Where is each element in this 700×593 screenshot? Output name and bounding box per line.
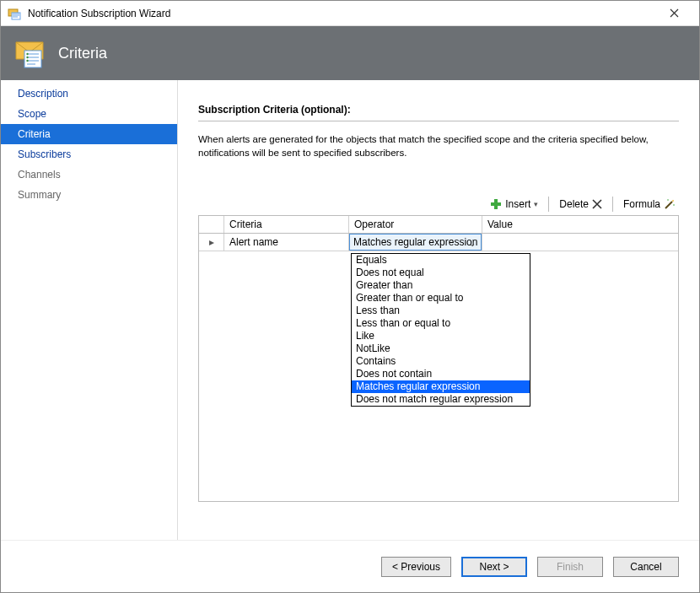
wizard-body: DescriptionScopeCriteriaSubscribersChann… — [1, 80, 699, 540]
formula-button[interactable]: Formula — [620, 197, 679, 212]
grid-toolbar: Insert ▾ Delete Formula — [198, 197, 679, 212]
toolbar-separator — [548, 197, 549, 212]
next-button[interactable]: Next > — [461, 557, 527, 577]
operator-column-header[interactable]: Operator — [349, 216, 482, 233]
sidebar-item-description[interactable]: Description — [1, 84, 177, 104]
delete-label: Delete — [559, 198, 589, 210]
sidebar-item-subscribers[interactable]: Subscribers — [1, 144, 177, 164]
operator-dropdown[interactable]: EqualsDoes not equalGreater thanGreater … — [351, 253, 530, 407]
app-icon — [8, 7, 21, 20]
wizard-window: Notification Subscription Wizard Criteri… — [0, 0, 700, 593]
operator-option[interactable]: Like — [352, 330, 530, 342]
page-title: Criteria — [58, 45, 107, 62]
row-pointer-icon[interactable]: ▸ — [199, 234, 224, 251]
operator-option[interactable]: Contains — [352, 355, 530, 368]
wizard-sidebar: DescriptionScopeCriteriaSubscribersChann… — [1, 80, 178, 540]
operator-option[interactable]: Matches regular expression — [352, 380, 530, 393]
grid-header-row: Criteria Operator Value — [199, 216, 678, 234]
operator-option[interactable]: Greater than — [352, 279, 530, 292]
operator-option[interactable]: Greater than or equal to — [352, 292, 530, 305]
chevron-down-icon: ⌄ — [466, 236, 479, 250]
value-column-header[interactable]: Value — [482, 216, 678, 233]
svg-point-11 — [673, 204, 675, 206]
svg-point-9 — [672, 200, 674, 202]
previous-button[interactable]: < Previous — [381, 557, 451, 577]
chevron-down-icon: ▾ — [534, 200, 538, 208]
operator-combobox[interactable]: Matches regular expression ⌄ — [349, 234, 482, 251]
wizard-header: Criteria — [1, 26, 699, 80]
section-description: When alerts are generated for the object… — [198, 133, 679, 159]
sidebar-item-summary[interactable]: Summary — [1, 185, 177, 205]
cancel-label: Cancel — [630, 561, 661, 573]
wizard-main: Subscription Criteria (optional): When a… — [178, 80, 699, 540]
operator-option[interactable]: Does not equal — [352, 267, 530, 279]
plus-icon — [490, 198, 502, 210]
operator-option[interactable]: Equals — [352, 254, 530, 267]
next-label: Next > — [479, 561, 509, 573]
operator-option[interactable]: Less than or equal to — [352, 317, 530, 330]
delete-button[interactable]: Delete — [556, 197, 606, 212]
operator-option[interactable]: Does not match regular expression — [352, 393, 530, 406]
row-selector-header — [199, 216, 224, 233]
operator-value: Matches regular expression — [353, 236, 477, 248]
envelope-icon — [14, 37, 46, 69]
x-icon — [592, 199, 602, 209]
operator-option[interactable]: Less than — [352, 305, 530, 317]
operator-option[interactable]: NotLike — [352, 342, 530, 355]
svg-point-10 — [667, 199, 669, 201]
operator-cell[interactable]: Matches regular expression ⌄ — [349, 234, 482, 251]
sidebar-item-channels[interactable]: Channels — [1, 164, 177, 185]
value-cell[interactable] — [482, 234, 678, 251]
previous-label: < Previous — [392, 561, 440, 573]
toolbar-separator — [612, 197, 613, 212]
titlebar: Notification Subscription Wizard — [1, 1, 699, 26]
svg-point-5 — [26, 57, 28, 58]
criteria-column-header[interactable]: Criteria — [224, 216, 349, 233]
wizard-footer: < Previous Next > Finish Cancel — [1, 540, 699, 592]
close-button[interactable] — [655, 2, 692, 25]
section-title: Subscription Criteria (optional): — [198, 104, 679, 121]
finish-button: Finish — [537, 557, 603, 577]
svg-rect-8 — [491, 202, 501, 206]
sidebar-item-scope[interactable]: Scope — [1, 104, 177, 124]
criteria-grid: Criteria Operator Value ▸ Alert name Mat… — [198, 215, 679, 502]
operator-option[interactable]: Does not contain — [352, 368, 530, 380]
insert-button[interactable]: Insert ▾ — [487, 197, 541, 212]
insert-label: Insert — [505, 198, 530, 210]
finish-label: Finish — [557, 561, 584, 573]
cancel-button[interactable]: Cancel — [613, 557, 679, 577]
sidebar-item-criteria[interactable]: Criteria — [1, 124, 177, 144]
svg-point-4 — [26, 53, 28, 55]
criteria-row: ▸ Alert name Matches regular expression … — [199, 234, 678, 251]
window-title: Notification Subscription Wizard — [28, 8, 655, 19]
wand-icon — [664, 198, 676, 210]
formula-label: Formula — [623, 198, 660, 210]
svg-point-6 — [26, 60, 28, 62]
criteria-cell[interactable]: Alert name — [224, 234, 349, 251]
